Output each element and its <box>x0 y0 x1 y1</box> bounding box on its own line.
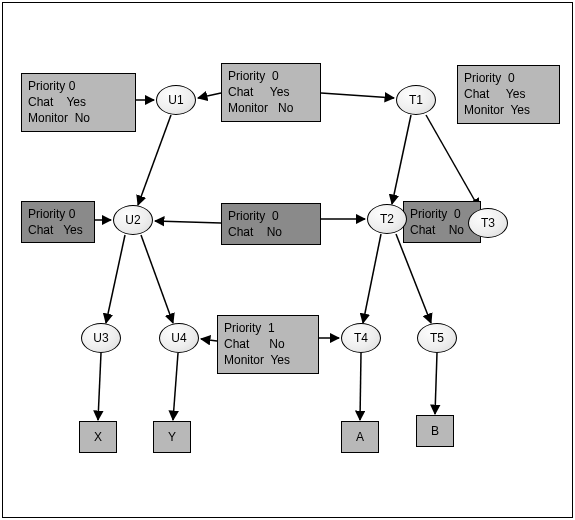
svg-line-1 <box>321 93 394 98</box>
node-u2: U2 <box>113 205 153 235</box>
svg-line-0 <box>198 93 221 98</box>
svg-line-15 <box>155 221 221 223</box>
node-t3: T3 <box>468 208 508 238</box>
leaf-y: Y <box>153 421 191 453</box>
attrbox-u2: Priority 0 Chat Yes <box>21 201 95 243</box>
attrbox-u1: Priority 0 Chat Yes Monitor No <box>21 73 136 132</box>
node-t5: T5 <box>417 323 457 353</box>
node-t4: T4 <box>341 323 381 353</box>
svg-line-4 <box>426 115 479 208</box>
svg-line-11 <box>360 353 361 420</box>
svg-line-2 <box>138 115 171 205</box>
node-u4: U4 <box>159 323 199 353</box>
attrbox-root: Priority 0 Chat Yes Monitor No <box>221 63 321 122</box>
attrbox-t1: Priority 0 Chat Yes Monitor Yes <box>457 65 560 124</box>
svg-line-10 <box>173 353 178 420</box>
leaf-x: X <box>79 421 117 453</box>
svg-line-5 <box>106 235 125 323</box>
svg-line-6 <box>141 235 173 323</box>
svg-line-12 <box>435 353 437 414</box>
svg-line-7 <box>363 234 381 323</box>
attrbox-mid: Priority 0 Chat No <box>221 203 321 245</box>
node-t2: T2 <box>367 204 407 234</box>
diagram-frame: Priority 0 Chat Yes Monitor No Priority … <box>2 2 573 518</box>
svg-line-9 <box>98 353 101 420</box>
node-u3: U3 <box>81 323 121 353</box>
svg-line-8 <box>396 234 431 323</box>
leaf-b: B <box>416 415 454 447</box>
svg-line-17 <box>201 339 217 341</box>
leaf-a: A <box>341 421 379 453</box>
svg-line-3 <box>392 115 411 204</box>
node-u1: U1 <box>156 85 196 115</box>
node-t1: T1 <box>396 85 436 115</box>
attrbox-u4t4: Priority 1 Chat No Monitor Yes <box>217 315 319 374</box>
